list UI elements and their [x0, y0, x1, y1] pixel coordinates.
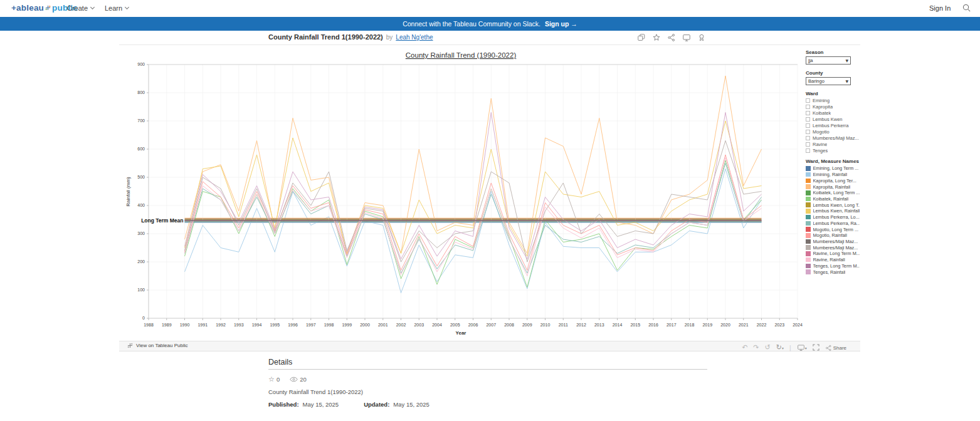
device-layout-icon[interactable]: ▾: [797, 344, 807, 351]
tableau-sparkle-icon: [45, 5, 51, 11]
legend-item[interactable]: Mumberes/Maji Maz...: [806, 244, 860, 251]
ward-checkbox[interactable]: [806, 98, 810, 103]
legend-item[interactable]: Lembus Perkerra, Ra...: [806, 220, 860, 226]
award-icon[interactable]: [697, 33, 706, 42]
ward-item[interactable]: Lembus Perkerra: [806, 123, 860, 129]
legend-item[interactable]: Emining, Rainfall: [806, 172, 860, 178]
viz-author-link[interactable]: Leah Ng'ethe: [396, 34, 433, 41]
legend-item[interactable]: Mogotio, Rainfall: [806, 232, 860, 239]
svg-text:2002: 2002: [396, 323, 406, 327]
svg-text:2007: 2007: [486, 323, 496, 327]
ward-item[interactable]: Mogotio: [806, 128, 860, 135]
ward-item[interactable]: Mumberes/Maji Maz...: [806, 135, 860, 141]
legend-item[interactable]: Lembus Kwen, Long T...: [806, 202, 860, 208]
legend-swatch: [806, 239, 811, 244]
favorite-star-icon[interactable]: [652, 33, 661, 42]
legend-item[interactable]: Ravine, Rainfall: [806, 257, 860, 263]
legend-item[interactable]: Lembus Kwen, Rainfall: [806, 208, 860, 214]
legend-item[interactable]: Tenges, Rainfall: [806, 269, 860, 275]
details-divider: [268, 369, 707, 370]
season-dropdown[interactable]: jja ▼: [806, 56, 851, 65]
svg-text:2014: 2014: [613, 323, 623, 327]
ward-item[interactable]: Lembus Kwen: [806, 117, 860, 123]
ward-item[interactable]: Tenges: [806, 147, 860, 153]
share-button[interactable]: Share: [825, 345, 846, 351]
ward-checkbox[interactable]: [806, 148, 810, 153]
ward-checkbox[interactable]: [806, 105, 810, 109]
viz-title: County Rainfall Trend 1(1990-2022): [268, 33, 383, 41]
reset-icon[interactable]: ↺: [765, 343, 771, 352]
details-heading: Details: [268, 358, 292, 366]
nav-learn-menu[interactable]: Learn: [105, 4, 129, 12]
legend-item[interactable]: Lembus Perkerra, Lo...: [806, 214, 860, 221]
eye-icon: [290, 377, 298, 382]
learn-label: Learn: [105, 4, 122, 12]
views-count: 20: [300, 376, 307, 383]
ward-checkbox[interactable]: [806, 136, 810, 140]
download-icon[interactable]: [682, 33, 691, 42]
ward-item[interactable]: Koibatek: [806, 110, 860, 117]
undo-icon[interactable]: ↶: [742, 343, 747, 352]
legend-item[interactable]: Koibatek, Long Term ...: [806, 190, 860, 196]
svg-text:1991: 1991: [198, 323, 208, 327]
x-axis-label: Year: [456, 330, 466, 336]
legend-label: Kapropita, Rainfall: [813, 184, 851, 190]
svg-text:1994: 1994: [252, 323, 262, 327]
svg-text:2017: 2017: [667, 323, 677, 327]
redo-icon[interactable]: ↷: [753, 343, 759, 352]
legend-item[interactable]: Mumberes/Maji Maz...: [806, 239, 860, 245]
sign-in-link[interactable]: Sign In: [929, 4, 951, 12]
ward-label: Ravine: [813, 142, 827, 147]
svg-text:2005: 2005: [450, 323, 460, 327]
create-label: Create: [67, 4, 88, 12]
legend-item[interactable]: Kapropita, Rainfall: [806, 184, 860, 190]
svg-text:2023: 2023: [774, 323, 784, 327]
ward-checkbox[interactable]: [806, 123, 810, 128]
legend-item[interactable]: Emining, Long Term ...: [806, 165, 860, 172]
svg-text:2018: 2018: [685, 323, 695, 327]
copy-icon[interactable]: [637, 33, 646, 42]
legend-item[interactable]: Tenges, Long Term M...: [806, 263, 860, 269]
legend-item[interactable]: Koibatek, Rainfall: [806, 196, 860, 202]
favorites-count: 0: [277, 376, 280, 383]
favorites-stat[interactable]: ☆ 0: [268, 375, 280, 383]
legend-label: Koibatek, Long Term ...: [813, 190, 860, 195]
nav-create-menu[interactable]: Create: [67, 4, 94, 12]
svg-text:1997: 1997: [306, 323, 316, 327]
svg-text:2001: 2001: [378, 323, 388, 327]
ward-checkbox[interactable]: [806, 111, 810, 115]
viz-toolbar: View on Tableau Public ↶ ↷ ↺ ↻▾ | ▾ Shar…: [119, 341, 860, 351]
legend-swatch: [806, 264, 811, 269]
county-value: Baringo: [808, 78, 825, 84]
svg-text:2009: 2009: [522, 323, 532, 327]
ward-item[interactable]: Emining: [806, 98, 860, 104]
legend-swatch: [806, 257, 811, 262]
legend-item[interactable]: Kapropita, Long Ter...: [806, 177, 860, 184]
search-icon[interactable]: [962, 3, 971, 15]
legend-item[interactable]: Ravine, Long Term M...: [806, 251, 860, 257]
ward-item[interactable]: Kapropita: [806, 104, 860, 110]
legend-label: Ravine, Rainfall: [813, 257, 845, 262]
legend-title: Ward, Measure Names: [806, 159, 860, 164]
share-icon[interactable]: [667, 33, 676, 42]
legend-item[interactable]: Mogotio, Long Term ...: [806, 226, 860, 232]
svg-text:2020: 2020: [720, 323, 730, 327]
svg-text:500: 500: [137, 175, 145, 179]
reference-line-label: Long Term Mean: [141, 217, 183, 224]
refresh-icon[interactable]: ↻▾: [776, 343, 784, 353]
county-dropdown[interactable]: Baringo ▼: [806, 77, 851, 85]
fullscreen-icon[interactable]: [813, 342, 819, 353]
legend-swatch: [806, 197, 811, 202]
ward-checkbox[interactable]: [806, 142, 810, 147]
published-label: Published:: [268, 401, 299, 408]
viz-header: County Rainfall Trend 1(1990-2022) by Le…: [119, 31, 860, 45]
ward-item[interactable]: Ravine: [806, 141, 860, 147]
ward-checkbox[interactable]: [806, 130, 810, 134]
banner-signup-link[interactable]: Sign up →: [545, 20, 577, 28]
ward-checkbox[interactable]: [806, 117, 810, 122]
view-on-tableau-public-link[interactable]: View on Tableau Public: [127, 343, 187, 348]
rainfall-line-chart[interactable]: 0100200300400500600700800900198819891990…: [122, 49, 806, 340]
legend-swatch: [806, 245, 811, 250]
legend-label: Tenges, Long Term M...: [813, 263, 860, 269]
ward-filter-label: Ward: [806, 91, 860, 96]
